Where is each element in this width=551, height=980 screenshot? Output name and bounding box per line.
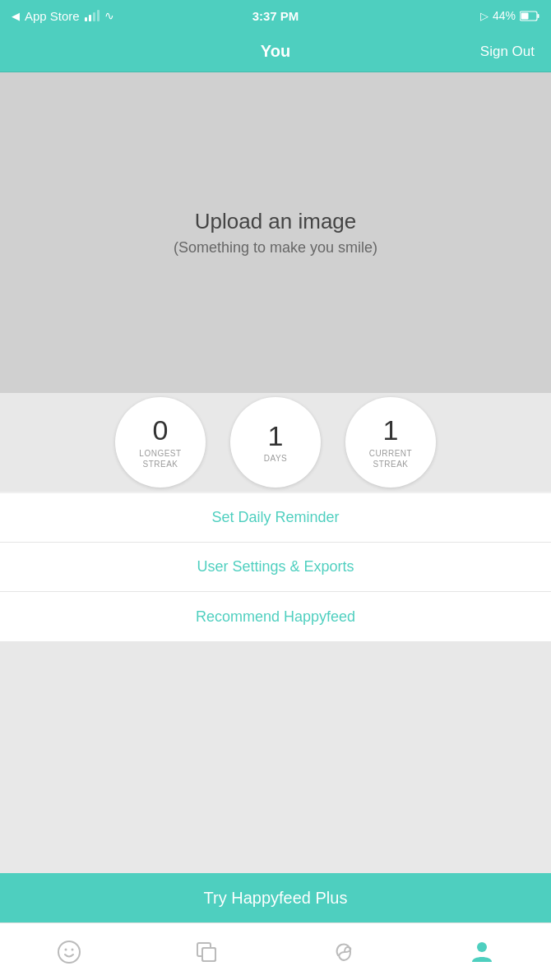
explore-tab[interactable] <box>276 939 414 965</box>
home-tab[interactable] <box>0 939 138 965</box>
wifi-icon: ∿ <box>104 9 114 22</box>
current-streak-number: 1 <box>383 415 399 446</box>
layers-icon <box>193 939 220 965</box>
set-daily-reminder-item[interactable]: Set Daily Reminder <box>0 493 551 543</box>
battery-percent: 44% <box>493 9 516 22</box>
try-plus-label: Try Happyfeed Plus <box>204 889 348 908</box>
svg-rect-7 <box>202 948 215 961</box>
feed-tab[interactable] <box>138 939 276 965</box>
back-arrow: ◀ <box>12 10 20 22</box>
user-settings-item[interactable]: User Settings & Exports <box>0 543 551 592</box>
main-content: Upload an image (Something to make you s… <box>0 72 551 980</box>
set-daily-reminder-label: Set Daily Reminder <box>211 509 339 526</box>
gray-spacer <box>0 641 551 873</box>
current-streak-label: CURRENTSTREAK <box>369 448 412 469</box>
status-right: ▷ 44% <box>480 9 539 22</box>
status-time: 3:37 PM <box>252 9 299 23</box>
days-label: DAYS <box>264 453 288 464</box>
tab-bar <box>0 922 551 980</box>
nav-bar: You Sign Out <box>0 31 551 72</box>
current-streak-stat: 1 CURRENTSTREAK <box>345 397 436 488</box>
upload-title: Upload an image <box>195 209 357 234</box>
carrier-label: App Store <box>25 9 80 23</box>
location-icon: ▷ <box>480 10 488 22</box>
stats-row: 0 LONGESTSTREAK 1 DAYS 1 CURRENTSTREAK <box>0 393 551 492</box>
svg-rect-1 <box>538 14 539 18</box>
status-bar: ◀ App Store ∿ 3:37 PM ▷ 44% <box>0 0 551 31</box>
longest-streak-label: LONGESTSTREAK <box>139 448 181 469</box>
longest-streak-stat: 0 LONGESTSTREAK <box>115 397 206 488</box>
days-number: 1 <box>268 421 284 451</box>
signal-icon <box>85 10 100 21</box>
svg-point-5 <box>71 948 73 950</box>
battery-icon <box>520 11 539 21</box>
spiral-icon <box>331 939 358 965</box>
upload-subtitle: (Something to make you smile) <box>174 239 377 257</box>
longest-streak-number: 0 <box>153 415 169 446</box>
svg-rect-2 <box>521 12 529 19</box>
profile-tab[interactable] <box>414 939 552 965</box>
user-settings-label: User Settings & Exports <box>197 558 354 576</box>
svg-point-3 <box>58 941 80 963</box>
smiley-icon <box>56 939 82 965</box>
try-plus-banner[interactable]: Try Happyfeed Plus <box>0 873 551 922</box>
middle-section: Set Daily Reminder User Settings & Expor… <box>0 492 551 922</box>
days-stat: 1 DAYS <box>230 397 321 488</box>
svg-point-9 <box>477 942 487 952</box>
menu-section: Set Daily Reminder User Settings & Expor… <box>0 493 551 641</box>
profile-image-area[interactable]: Upload an image (Something to make you s… <box>0 72 551 393</box>
person-icon <box>469 939 495 965</box>
sign-out-button[interactable]: Sign Out <box>480 44 535 60</box>
recommend-label: Recommend Happyfeed <box>196 608 355 626</box>
svg-point-4 <box>64 948 67 950</box>
nav-title: You <box>261 42 290 61</box>
status-left: ◀ App Store ∿ <box>12 9 114 23</box>
recommend-item[interactable]: Recommend Happyfeed <box>0 592 551 641</box>
